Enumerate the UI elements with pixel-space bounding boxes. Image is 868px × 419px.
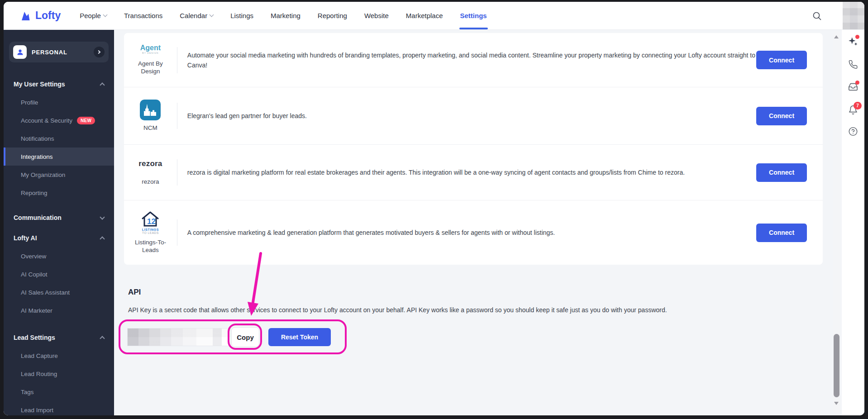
chevron-down-icon bbox=[100, 214, 105, 219]
integration-name: Agent By Design bbox=[129, 60, 172, 76]
nav-item-reporting[interactable]: Reporting bbox=[318, 2, 347, 29]
connect-button[interactable]: Connect bbox=[756, 51, 807, 69]
sidebar-section-communication[interactable]: Communication bbox=[4, 209, 114, 227]
api-section-title: API bbox=[128, 288, 141, 297]
nav-item-marketing[interactable]: Marketing bbox=[271, 2, 300, 29]
sidebar-item-lead-capture[interactable]: Lead Capture bbox=[4, 347, 114, 365]
avatar[interactable] bbox=[843, 2, 864, 29]
listings-to-leads-house-icon: 12 LISTINGS TO LEADS bbox=[141, 211, 160, 235]
integration-row-listings-to-leads: 12 LISTINGS TO LEADS Listings-To-Leads A… bbox=[124, 200, 823, 265]
chevron-up-icon bbox=[100, 336, 105, 341]
integration-name: rezora bbox=[142, 178, 159, 186]
sidebar-item-ai-copilot[interactable]: AI Copilot bbox=[4, 265, 114, 283]
scrollbar-up-arrow[interactable] bbox=[834, 35, 839, 38]
rezora-logo: rezora bbox=[138, 159, 162, 168]
svg-text:12: 12 bbox=[147, 217, 156, 226]
divider bbox=[177, 103, 177, 129]
integration-description: Elegran's lead gen partner for buyer lea… bbox=[187, 111, 756, 121]
nav-item-marketplace[interactable]: Marketplace bbox=[406, 2, 443, 29]
api-section-description: API Key is a secret code that allows oth… bbox=[128, 306, 667, 314]
notification-dot bbox=[855, 35, 859, 39]
sidebar-section-lofty-ai[interactable]: Lofty AI bbox=[4, 229, 114, 247]
chevron-down-icon bbox=[103, 13, 107, 17]
settings-sidebar: PERSONAL My User Settings Profile Accoun… bbox=[4, 30, 114, 415]
integration-row-agent-by-design: Agent BY DESIGN Agent By Design Automate… bbox=[124, 33, 823, 87]
new-badge: NEW bbox=[77, 117, 95, 124]
api-key-field-redacted[interactable] bbox=[127, 328, 231, 346]
inbox-icon[interactable] bbox=[848, 82, 858, 94]
nav-item-people[interactable]: People bbox=[80, 2, 107, 29]
chevron-right-icon bbox=[94, 47, 105, 57]
sidebar-item-lead-import[interactable]: Lead Import bbox=[4, 401, 114, 415]
chevron-down-icon bbox=[210, 13, 214, 17]
sidebar-item-my-organization[interactable]: My Organization bbox=[4, 166, 114, 184]
connect-button[interactable]: Connect bbox=[756, 163, 807, 182]
connect-button[interactable]: Connect bbox=[756, 224, 807, 242]
divider bbox=[177, 219, 177, 246]
sidebar-item-overview[interactable]: Overview bbox=[4, 247, 114, 265]
integration-description: Automate your social media marketing wit… bbox=[187, 50, 756, 70]
integration-name: Listings-To-Leads bbox=[129, 239, 172, 254]
sidebar-item-account-security[interactable]: Account & Security NEW bbox=[4, 111, 114, 129]
chevron-up-icon bbox=[100, 82, 105, 87]
nav-menu: People Transactions Calendar Listings Ma… bbox=[80, 2, 486, 29]
user-icon bbox=[13, 45, 27, 59]
nav-item-transactions[interactable]: Transactions bbox=[124, 2, 162, 29]
integration-row-rezora: rezora rezora rezora is digital marketin… bbox=[124, 145, 823, 200]
divider bbox=[177, 159, 177, 186]
scrollbar-thumb[interactable] bbox=[834, 334, 839, 397]
top-nav: Lofty People Transactions Calendar Listi… bbox=[4, 2, 864, 30]
copy-button[interactable]: Copy bbox=[231, 327, 259, 347]
sidebar-section-my-user-settings[interactable]: My User Settings bbox=[4, 75, 114, 93]
integration-row-ncm: NCM Elegran's lead gen partner for buyer… bbox=[124, 87, 823, 145]
app-window: Lofty People Transactions Calendar Listi… bbox=[4, 2, 864, 415]
integration-name: NCM bbox=[143, 124, 157, 132]
sidebar-section-lead-settings[interactable]: Lead Settings bbox=[4, 329, 114, 347]
integrations-main: Agent BY DESIGN Agent By Design Automate… bbox=[114, 30, 842, 415]
help-icon[interactable] bbox=[849, 127, 858, 138]
sidebar-item-tags[interactable]: Tags bbox=[4, 383, 114, 401]
sidebar-item-integrations[interactable]: Integrations bbox=[4, 148, 114, 166]
phone-icon[interactable] bbox=[849, 60, 858, 71]
brand-name: Lofty bbox=[35, 10, 61, 22]
sidebar-item-notifications[interactable]: Notifications bbox=[4, 129, 114, 148]
nav-item-calendar[interactable]: Calendar bbox=[180, 2, 213, 29]
lofty-logo[interactable]: Lofty bbox=[20, 10, 61, 22]
ai-sparkle-icon[interactable] bbox=[848, 36, 858, 48]
nav-item-listings[interactable]: Listings bbox=[230, 2, 253, 29]
nav-item-website[interactable]: Website bbox=[364, 2, 389, 29]
bell-icon[interactable]: 7 bbox=[848, 105, 858, 117]
integrations-card: Agent BY DESIGN Agent By Design Automate… bbox=[124, 33, 823, 265]
sidebar-item-profile[interactable]: Profile bbox=[4, 93, 114, 111]
integration-description: A comprehensive marketing & lead generat… bbox=[187, 228, 756, 238]
sidebar-item-lead-routing[interactable]: Lead Routing bbox=[4, 365, 114, 383]
divider bbox=[177, 47, 177, 73]
search-icon[interactable] bbox=[812, 11, 822, 23]
sidebar-item-reporting[interactable]: Reporting bbox=[4, 184, 114, 202]
reset-token-button[interactable]: Reset Token bbox=[268, 328, 331, 346]
account-switcher[interactable]: PERSONAL bbox=[9, 42, 109, 62]
nav-item-settings[interactable]: Settings bbox=[460, 2, 487, 29]
notification-dot bbox=[855, 81, 859, 85]
ncm-skyline-icon bbox=[140, 100, 161, 120]
agent-by-design-logo: Agent BY DESIGN bbox=[140, 44, 161, 54]
sidebar-item-ai-sales-assistant[interactable]: AI Sales Assistant bbox=[4, 283, 114, 301]
chevron-up-icon bbox=[100, 236, 105, 241]
bell-badge: 7 bbox=[854, 102, 862, 110]
connect-button[interactable]: Connect bbox=[756, 107, 807, 125]
sidebar-item-ai-marketer[interactable]: AI Marketer bbox=[4, 301, 114, 319]
right-icon-rail: 7 bbox=[842, 30, 864, 415]
account-label: PERSONAL bbox=[32, 49, 89, 56]
lofty-logo-icon bbox=[20, 10, 32, 22]
scrollbar-down-arrow[interactable] bbox=[834, 402, 839, 405]
integration-description: rezora is digital marketing platform for… bbox=[187, 167, 756, 177]
